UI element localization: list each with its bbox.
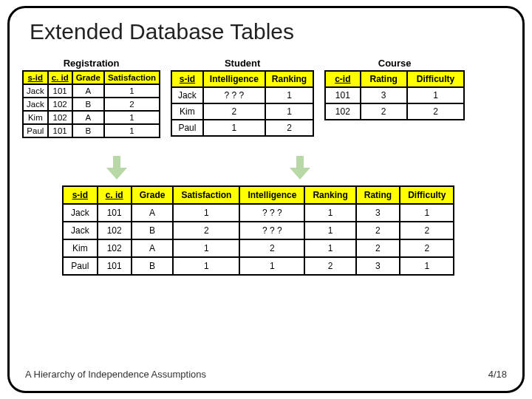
slide-content: Extended Database Tables Registration s-… [18,13,514,386]
col-grade: Grade [132,186,174,204]
col-grade: Grade [72,71,104,84]
col-sid: s-id [171,71,203,87]
joined-block: s-id c. id Grade Satisfaction Intelligen… [62,185,514,276]
col-ranking: Ranking [265,71,313,87]
top-tables-row: Registration s-id c. id Grade Satisfacti… [18,58,514,138]
col-difficulty: Difficulty [407,71,464,87]
col-satisfaction: Satisfaction [173,186,239,204]
course-table: c-id Rating Difficulty 10131 10222 [324,70,465,120]
registration-title: Registration [22,58,160,69]
arrows-row [106,156,514,181]
col-difficulty: Difficulty [400,186,454,204]
registration-table: s-id c. id Grade Satisfaction Jack101A1 … [22,70,160,138]
table-row: Kim21 [171,103,313,120]
student-title: Student [171,58,314,69]
arrow-down-icon [106,156,127,181]
table-row: Kim102A12122 [63,239,454,257]
table-row: Jack? ? ?1 [171,87,313,103]
table-header-row: s-id c. id Grade Satisfaction Intelligen… [63,186,454,204]
col-rating: Rating [356,186,400,204]
course-block: Course c-id Rating Difficulty 10131 1022… [324,58,465,120]
col-ranking: Ranking [304,186,355,204]
col-cid: c. id [48,71,72,84]
student-block: Student s-id Intelligence Ranking Jack? … [171,58,314,137]
col-rating: Rating [361,71,407,87]
arrow-down-icon [290,156,310,181]
table-row: Kim102A1 [23,111,160,124]
table-header-row: s-id c. id Grade Satisfaction [23,71,160,84]
joined-table: s-id c. id Grade Satisfaction Intelligen… [62,185,454,276]
footer: A Hierarchy of Independence Assumptions … [25,369,507,380]
table-row: Jack101A1? ? ?131 [63,204,454,222]
slide-title: Extended Database Tables [30,19,514,44]
registration-block: Registration s-id c. id Grade Satisfacti… [22,58,160,138]
table-row: 10131 [325,87,464,103]
col-sid: s-id [63,186,98,204]
student-table: s-id Intelligence Ranking Jack? ? ?1 Kim… [171,70,314,137]
footer-caption: A Hierarchy of Independence Assumptions [25,369,206,380]
table-row: Paul101B1 [23,124,160,137]
table-row: Paul12 [171,120,313,136]
table-row: Jack102B2 [23,98,160,111]
col-intelligence: Intelligence [239,186,304,204]
col-sid: s-id [23,71,48,84]
table-row: 10222 [325,103,464,120]
col-satisfaction: Satisfaction [104,71,160,84]
table-row: Jack102B2? ? ?122 [63,222,454,239]
table-row: Jack101A1 [23,84,160,98]
course-title: Course [324,58,465,69]
table-row: Paul101B11231 [63,257,454,275]
col-cid: c. id [98,186,132,204]
page-number: 4/18 [488,369,507,380]
table-header-row: s-id Intelligence Ranking [171,71,313,87]
col-cid: c-id [325,71,360,87]
col-intelligence: Intelligence [203,71,265,87]
table-header-row: c-id Rating Difficulty [325,71,464,87]
